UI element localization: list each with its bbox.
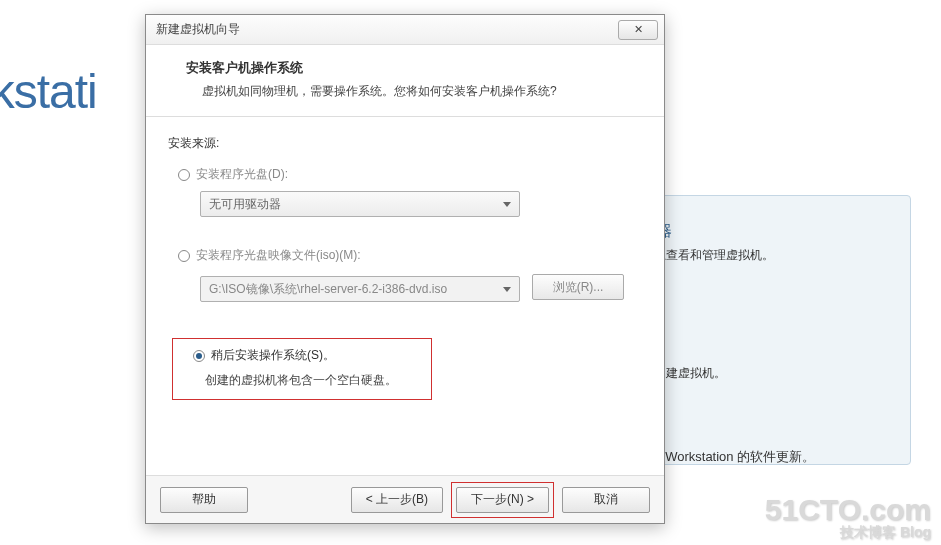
- option-install-later-group: 稍后安装操作系统(S)。 创建的虚拟机将包含一个空白硬盘。: [172, 338, 432, 400]
- app-brand: are orkstati: [0, 20, 97, 116]
- iso-path-field[interactable]: G:\ISO镜像\系统\rhel-server-6.2-i386-dvd.iso: [200, 276, 520, 302]
- titlebar: 新建虚拟机向导 ✕: [146, 15, 664, 45]
- option-installer-disc[interactable]: 安装程序光盘(D):: [178, 166, 642, 183]
- option-install-later[interactable]: 稍后安装操作系统(S)。: [193, 347, 421, 364]
- radio-install-later[interactable]: [193, 350, 205, 362]
- header-subtitle: 虚拟机如同物理机，需要操作系统。您将如何安装客户机操作系统?: [186, 83, 644, 100]
- cancel-button[interactable]: 取消: [562, 487, 650, 513]
- header-title: 安装客户机操作系统: [186, 59, 644, 77]
- next-button[interactable]: 下一步(N) >: [456, 487, 549, 513]
- chevron-down-icon: [503, 202, 511, 207]
- back-button[interactable]: < 上一步(B): [351, 487, 443, 513]
- help-button[interactable]: 帮助: [160, 487, 248, 513]
- dialog-body: 安装来源: 安装程序光盘(D): 无可用驱动器 安装程序光盘映像文件(iso)(…: [146, 117, 664, 410]
- option-installer-disc-label: 安装程序光盘(D):: [196, 166, 288, 183]
- browse-button[interactable]: 浏览(R)...: [532, 274, 624, 300]
- disc-drive-combo[interactable]: 无可用驱动器: [200, 191, 520, 217]
- panel-text-1: 器上查看和管理虚拟机。: [642, 247, 890, 264]
- dialog-title: 新建虚拟机向导: [156, 21, 240, 38]
- panel-heading-2: 机: [642, 340, 890, 359]
- iso-path-value: G:\ISO镜像\系统\rhel-server-6.2-i386-dvd.iso: [209, 281, 447, 298]
- close-button[interactable]: ✕: [618, 20, 658, 40]
- panel-text-2: 机创建虚拟机。: [642, 365, 890, 382]
- new-vm-wizard-dialog: 新建虚拟机向导 ✕ 安装客户机操作系统 虚拟机如同物理机，需要操作系统。您将如何…: [145, 14, 665, 524]
- disc-drive-value: 无可用驱动器: [209, 196, 281, 213]
- radio-iso-file[interactable]: [178, 250, 190, 262]
- chevron-down-icon: [503, 287, 511, 292]
- option-iso-file-label: 安装程序光盘映像文件(iso)(M):: [196, 247, 361, 264]
- install-source-label: 安装来源:: [168, 135, 642, 152]
- dialog-header: 安装客户机操作系统 虚拟机如同物理机，需要操作系统。您将如何安装客户机操作系统?: [146, 45, 664, 117]
- install-later-note: 创建的虚拟机将包含一个空白硬盘。: [205, 372, 421, 389]
- option-install-later-label: 稍后安装操作系统(S)。: [211, 347, 335, 364]
- browse-button-label: 浏览(R)...: [553, 279, 604, 296]
- radio-installer-disc[interactable]: [178, 169, 190, 181]
- option-iso-file[interactable]: 安装程序光盘映像文件(iso)(M):: [178, 247, 642, 264]
- watermark-tagline: 技术博客 Blog: [765, 525, 931, 539]
- brand-main: orkstati: [0, 65, 97, 118]
- next-button-highlight: 下一步(N) >: [451, 482, 554, 518]
- watermark: 51CTO.com 技术博客 Blog: [765, 495, 931, 539]
- back-button-label: < 上一步(B): [366, 491, 428, 508]
- dialog-footer: 帮助 < 上一步(B) 下一步(N) > 取消: [146, 475, 664, 523]
- watermark-site: 51CTO.com: [765, 495, 931, 525]
- cancel-button-label: 取消: [594, 491, 618, 508]
- next-button-label: 下一步(N) >: [471, 491, 534, 508]
- panel-heading-1: 务器: [642, 222, 890, 241]
- help-button-label: 帮助: [192, 491, 216, 508]
- background-update-text: re Workstation 的软件更新。: [650, 448, 815, 466]
- close-icon: ✕: [634, 23, 643, 35]
- iso-row: G:\ISO镜像\系统\rhel-server-6.2-i386-dvd.iso…: [168, 272, 642, 302]
